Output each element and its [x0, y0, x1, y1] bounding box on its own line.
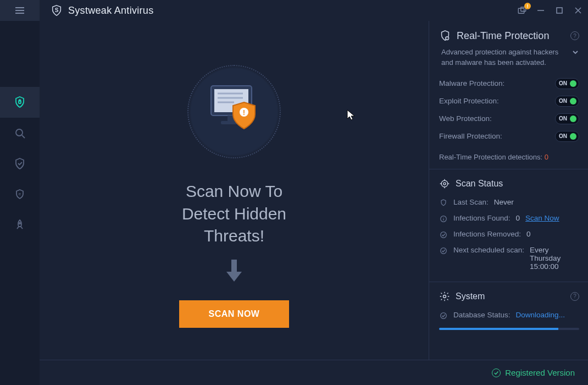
- last-scan-label: Last Scan:: [453, 198, 489, 206]
- check-circle-icon: [439, 230, 448, 239]
- svg-point-38: [441, 232, 447, 238]
- toggle-state: ON: [559, 133, 567, 139]
- next-scan-value: Every Thursday 15:00:00: [530, 246, 579, 271]
- browser-shield-icon: e: [13, 188, 26, 201]
- svg-text:e: e: [19, 191, 21, 196]
- window-minimize-button[interactable]: [535, 5, 546, 16]
- sidebar-item-browser[interactable]: e: [0, 179, 40, 210]
- toggle-state: ON: [559, 98, 567, 104]
- toggle-label: Exploit Protection:: [439, 97, 499, 105]
- headline: Scan Now To Detect Hidden Threats!: [182, 180, 286, 248]
- rtp-title: Real-Time Protection: [457, 30, 565, 42]
- rtp-detections-value: 0: [545, 153, 548, 161]
- check-circle-icon: [492, 369, 501, 377]
- sidebar-item-boost[interactable]: [0, 210, 40, 241]
- svg-rect-4: [518, 8, 524, 13]
- window-close-button[interactable]: [573, 5, 584, 16]
- svg-point-30: [443, 183, 446, 185]
- svg-point-39: [441, 248, 447, 254]
- help-icon[interactable]: ?: [570, 292, 579, 301]
- window-maximize-button[interactable]: [554, 5, 565, 16]
- search-icon: [13, 127, 26, 140]
- toggle-switch[interactable]: ON: [555, 96, 579, 107]
- toggle-switch[interactable]: ON: [555, 113, 579, 124]
- right-panels: i Real-Time Protection ? Advanced protec…: [429, 21, 588, 385]
- rtp-detections-label: Real-Time Protection detections:: [439, 153, 542, 161]
- title-bar: S Systweak Antivirus !: [0, 0, 588, 21]
- rtp-description: Advanced protection against hackers and …: [441, 47, 567, 68]
- last-scan-value: Never: [494, 198, 514, 206]
- toggle-label: Malware Protection:: [439, 79, 504, 87]
- footer: Registered Version: [40, 360, 588, 385]
- app-logo: S Systweak Antivirus: [51, 4, 153, 16]
- infections-found-label: Infections Found:: [453, 214, 511, 222]
- svg-text:i: i: [447, 37, 447, 40]
- arrow-down-icon: [224, 258, 244, 285]
- sidebar-item-shield[interactable]: [0, 148, 40, 179]
- svg-point-40: [443, 295, 446, 298]
- scan-illustration: !: [182, 59, 286, 164]
- next-scan-label: Next scheduled scan:: [453, 246, 524, 254]
- svg-text:S: S: [55, 7, 59, 13]
- panel-rtp: i Real-Time Protection ? Advanced protec…: [429, 21, 588, 169]
- registered-label: Registered Version: [505, 368, 575, 377]
- toggle-switch[interactable]: ON: [555, 131, 579, 142]
- hamburger-menu-button[interactable]: [0, 0, 40, 21]
- toggle-state: ON: [559, 80, 567, 86]
- db-status-value: Downloading...: [516, 311, 565, 319]
- sidebar: e: [0, 21, 40, 385]
- infections-removed-value: 0: [526, 230, 531, 238]
- sidebar-item-search[interactable]: [0, 118, 40, 148]
- toggle-row: Firewall Protection:ON: [439, 128, 579, 145]
- infections-removed-label: Infections Removed:: [453, 230, 521, 238]
- db-progress-bar: [439, 328, 579, 330]
- toggle-state: ON: [559, 116, 567, 122]
- check-circle-icon: [439, 311, 448, 320]
- shield-lock-icon: [13, 96, 26, 109]
- svg-point-15: [19, 223, 21, 224]
- svg-marker-26: [226, 272, 242, 282]
- shield-check-icon: [13, 157, 26, 170]
- panel-scan-status: Scan Status Last Scan: Never Infections …: [429, 169, 588, 282]
- alerts-icon[interactable]: !: [517, 5, 528, 16]
- rocket-icon: [13, 219, 26, 232]
- scan-now-button[interactable]: SCAN NOW: [179, 300, 289, 328]
- app-title: Systweak Antivirus: [68, 5, 153, 16]
- toggle-label: Firewall Protection:: [439, 132, 502, 140]
- check-circle-icon: [439, 246, 448, 255]
- svg-line-13: [22, 135, 25, 138]
- center-panel: ! Scan Now To Detect Hidden Threats! SCA…: [40, 21, 429, 385]
- db-status-label: Database Status:: [453, 311, 511, 319]
- svg-rect-25: [231, 260, 237, 272]
- svg-rect-7: [557, 8, 562, 13]
- svg-point-12: [16, 129, 23, 136]
- toggle-row: Web Protection:ON: [439, 110, 579, 128]
- system-title: System: [456, 292, 565, 301]
- target-icon: [439, 178, 450, 189]
- svg-point-29: [441, 180, 448, 187]
- info-icon: [439, 215, 448, 223]
- scan-status-title: Scan Status: [456, 179, 579, 189]
- toggle-label: Web Protection:: [439, 114, 492, 123]
- toggle-switch[interactable]: ON: [555, 78, 579, 89]
- scan-now-link[interactable]: Scan Now: [525, 214, 559, 222]
- chevron-down-icon[interactable]: [572, 48, 579, 59]
- svg-text:!: !: [243, 108, 245, 117]
- toggle-row: Exploit Protection:ON: [439, 92, 579, 110]
- toggle-row: Malware Protection:ON: [439, 75, 579, 92]
- infections-found-value: 0: [516, 214, 520, 222]
- help-icon[interactable]: ?: [570, 31, 579, 40]
- svg-point-41: [441, 312, 447, 318]
- sidebar-item-protect[interactable]: [0, 87, 40, 118]
- gear-icon: [439, 291, 450, 302]
- alert-badge: !: [524, 3, 531, 9]
- panel-system: System ? Database Status: Downloading...: [429, 282, 588, 338]
- shield-icon: [439, 199, 448, 207]
- shield-info-icon: i: [439, 30, 451, 42]
